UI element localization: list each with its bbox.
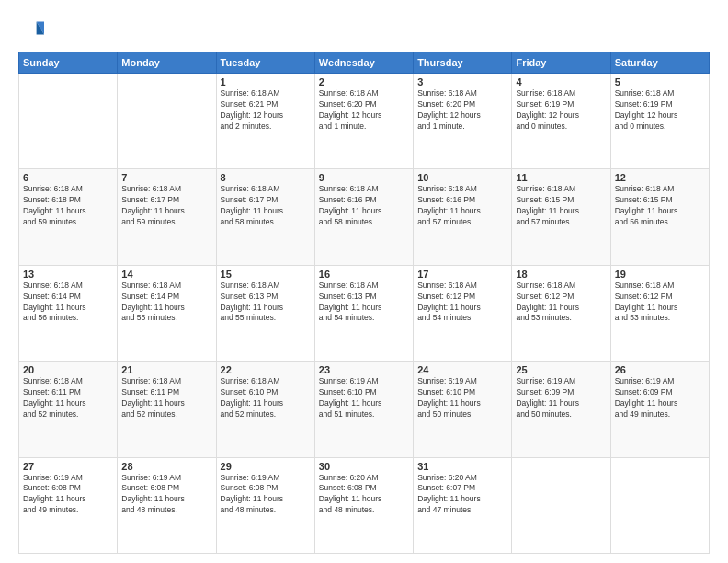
calendar-table: SundayMondayTuesdayWednesdayThursdayFrid… [18,52,710,554]
calendar-cell [610,457,709,553]
day-number: 15 [221,269,311,280]
day-info: Sunrise: 6:19 AM Sunset: 6:10 PM Dayligh… [417,376,507,420]
day-info: Sunrise: 6:18 AM Sunset: 6:16 PM Dayligh… [319,184,409,228]
calendar-cell: 25Sunrise: 6:19 AM Sunset: 6:09 PM Dayli… [512,362,610,457]
day-number: 18 [516,269,606,280]
weekday-header-row: SundayMondayTuesdayWednesdayThursdayFrid… [19,52,710,74]
calendar-cell: 17Sunrise: 6:18 AM Sunset: 6:12 PM Dayli… [414,265,512,361]
calendar-cell: 5Sunrise: 6:18 AM Sunset: 6:19 PM Daylig… [610,74,709,169]
day-number: 19 [615,269,705,280]
weekday-header-tuesday: Tuesday [216,52,314,74]
weekday-header-monday: Monday [118,52,216,74]
day-number: 26 [615,364,705,375]
day-number: 21 [121,364,211,375]
day-number: 27 [23,461,113,472]
calendar-cell: 4Sunrise: 6:18 AM Sunset: 6:19 PM Daylig… [512,74,610,169]
day-number: 20 [23,364,113,375]
day-info: Sunrise: 6:20 AM Sunset: 6:07 PM Dayligh… [417,473,507,517]
day-number: 22 [221,364,311,375]
day-number: 25 [516,364,606,375]
day-info: Sunrise: 6:18 AM Sunset: 6:12 PM Dayligh… [615,281,705,325]
day-number: 31 [417,461,507,472]
header [18,17,710,42]
day-info: Sunrise: 6:18 AM Sunset: 6:12 PM Dayligh… [417,281,507,325]
day-number: 23 [319,364,409,375]
week-row-2: 6Sunrise: 6:18 AM Sunset: 6:18 PM Daylig… [19,169,710,265]
day-number: 13 [23,269,113,280]
calendar-cell: 1Sunrise: 6:18 AM Sunset: 6:21 PM Daylig… [216,74,314,169]
day-number: 16 [319,269,409,280]
day-info: Sunrise: 6:18 AM Sunset: 6:13 PM Dayligh… [319,281,409,325]
day-number: 9 [319,172,409,183]
day-info: Sunrise: 6:19 AM Sunset: 6:10 PM Dayligh… [319,376,409,420]
day-number: 12 [615,172,705,183]
calendar-cell: 29Sunrise: 6:19 AM Sunset: 6:08 PM Dayli… [216,457,314,553]
day-info: Sunrise: 6:18 AM Sunset: 6:14 PM Dayligh… [23,281,113,325]
day-info: Sunrise: 6:18 AM Sunset: 6:15 PM Dayligh… [516,184,606,228]
calendar-cell: 6Sunrise: 6:18 AM Sunset: 6:18 PM Daylig… [19,169,118,265]
week-row-3: 13Sunrise: 6:18 AM Sunset: 6:14 PM Dayli… [19,265,710,361]
day-number: 24 [417,364,507,375]
calendar-cell: 24Sunrise: 6:19 AM Sunset: 6:10 PM Dayli… [414,362,512,457]
calendar-cell [512,457,610,553]
day-info: Sunrise: 6:19 AM Sunset: 6:08 PM Dayligh… [23,473,113,517]
day-info: Sunrise: 6:19 AM Sunset: 6:09 PM Dayligh… [516,376,606,420]
day-number: 28 [121,461,211,472]
weekday-header-friday: Friday [512,52,610,74]
day-info: Sunrise: 6:18 AM Sunset: 6:17 PM Dayligh… [221,184,311,228]
day-info: Sunrise: 6:18 AM Sunset: 6:20 PM Dayligh… [319,88,409,132]
day-number: 5 [615,76,705,87]
day-info: Sunrise: 6:18 AM Sunset: 6:17 PM Dayligh… [121,184,211,228]
week-row-1: 1Sunrise: 6:18 AM Sunset: 6:21 PM Daylig… [19,74,710,169]
day-number: 4 [516,76,606,87]
day-number: 11 [516,172,606,183]
day-info: Sunrise: 6:18 AM Sunset: 6:18 PM Dayligh… [23,184,113,228]
day-number: 8 [221,172,311,183]
calendar-cell: 21Sunrise: 6:18 AM Sunset: 6:11 PM Dayli… [118,362,216,457]
day-number: 17 [417,269,507,280]
calendar-cell [19,74,118,169]
calendar-cell: 3Sunrise: 6:18 AM Sunset: 6:20 PM Daylig… [414,74,512,169]
day-info: Sunrise: 6:18 AM Sunset: 6:19 PM Dayligh… [615,88,705,132]
day-info: Sunrise: 6:18 AM Sunset: 6:11 PM Dayligh… [23,376,113,420]
day-info: Sunrise: 6:20 AM Sunset: 6:08 PM Dayligh… [319,473,409,517]
calendar-cell: 30Sunrise: 6:20 AM Sunset: 6:08 PM Dayli… [314,457,413,553]
calendar-cell: 23Sunrise: 6:19 AM Sunset: 6:10 PM Dayli… [314,362,413,457]
page: SundayMondayTuesdayWednesdayThursdayFrid… [0,0,728,563]
day-info: Sunrise: 6:19 AM Sunset: 6:08 PM Dayligh… [121,473,211,517]
calendar-cell: 9Sunrise: 6:18 AM Sunset: 6:16 PM Daylig… [314,169,413,265]
day-number: 2 [319,76,409,87]
calendar-cell: 8Sunrise: 6:18 AM Sunset: 6:17 PM Daylig… [216,169,314,265]
calendar-cell: 14Sunrise: 6:18 AM Sunset: 6:14 PM Dayli… [118,265,216,361]
day-info: Sunrise: 6:18 AM Sunset: 6:10 PM Dayligh… [221,376,311,420]
weekday-header-saturday: Saturday [610,52,709,74]
day-info: Sunrise: 6:18 AM Sunset: 6:15 PM Dayligh… [615,184,705,228]
calendar-cell: 19Sunrise: 6:18 AM Sunset: 6:12 PM Dayli… [610,265,709,361]
weekday-header-sunday: Sunday [19,52,118,74]
day-info: Sunrise: 6:19 AM Sunset: 6:08 PM Dayligh… [221,473,311,517]
weekday-header-wednesday: Wednesday [314,52,413,74]
day-info: Sunrise: 6:18 AM Sunset: 6:11 PM Dayligh… [121,376,211,420]
calendar-cell: 27Sunrise: 6:19 AM Sunset: 6:08 PM Dayli… [19,457,118,553]
day-info: Sunrise: 6:18 AM Sunset: 6:13 PM Dayligh… [221,281,311,325]
day-number: 6 [23,172,113,183]
calendar-cell: 11Sunrise: 6:18 AM Sunset: 6:15 PM Dayli… [512,169,610,265]
calendar-cell: 7Sunrise: 6:18 AM Sunset: 6:17 PM Daylig… [118,169,216,265]
day-number: 10 [417,172,507,183]
calendar-cell: 26Sunrise: 6:19 AM Sunset: 6:09 PM Dayli… [610,362,709,457]
logo [18,17,48,42]
day-info: Sunrise: 6:19 AM Sunset: 6:09 PM Dayligh… [615,376,705,420]
calendar-cell: 16Sunrise: 6:18 AM Sunset: 6:13 PM Dayli… [314,265,413,361]
calendar-cell: 13Sunrise: 6:18 AM Sunset: 6:14 PM Dayli… [19,265,118,361]
calendar-cell: 12Sunrise: 6:18 AM Sunset: 6:15 PM Dayli… [610,169,709,265]
day-info: Sunrise: 6:18 AM Sunset: 6:21 PM Dayligh… [221,88,311,132]
week-row-4: 20Sunrise: 6:18 AM Sunset: 6:11 PM Dayli… [19,362,710,457]
day-number: 14 [121,269,211,280]
calendar-cell: 10Sunrise: 6:18 AM Sunset: 6:16 PM Dayli… [414,169,512,265]
weekday-header-thursday: Thursday [414,52,512,74]
calendar-cell: 2Sunrise: 6:18 AM Sunset: 6:20 PM Daylig… [314,74,413,169]
day-info: Sunrise: 6:18 AM Sunset: 6:16 PM Dayligh… [417,184,507,228]
calendar-cell: 28Sunrise: 6:19 AM Sunset: 6:08 PM Dayli… [118,457,216,553]
calendar-cell: 15Sunrise: 6:18 AM Sunset: 6:13 PM Dayli… [216,265,314,361]
calendar-cell: 31Sunrise: 6:20 AM Sunset: 6:07 PM Dayli… [414,457,512,553]
